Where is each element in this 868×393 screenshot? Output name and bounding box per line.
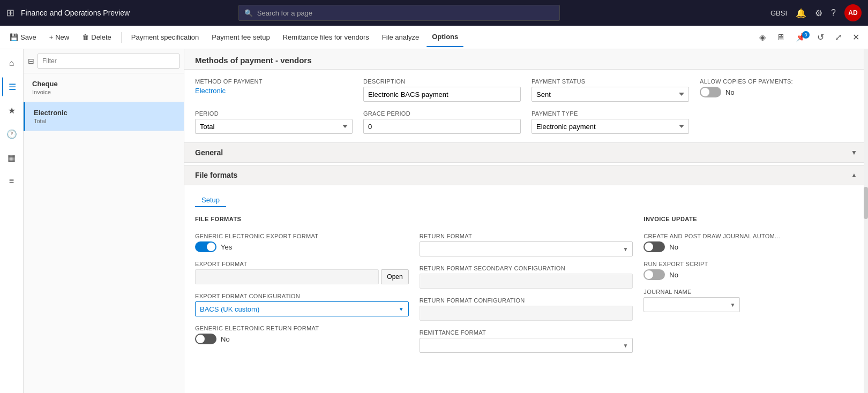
scrollbar-thumb[interactable] xyxy=(864,187,868,219)
journal-name-dropdown[interactable]: ▼ xyxy=(643,297,740,312)
method-of-payment-value[interactable]: Electronic xyxy=(195,87,353,95)
generic-return-field: Generic electronic Return format No xyxy=(195,325,409,344)
create-post-toggle[interactable] xyxy=(643,241,665,252)
bookmark-badge-icon[interactable]: 📌 0 xyxy=(791,30,811,44)
dropdown-arrow-icon: ▼ xyxy=(399,306,404,312)
notification-icon[interactable]: 🔔 xyxy=(796,8,806,18)
grid-icon[interactable]: ⊞ xyxy=(6,7,14,19)
page-title: Methods of payment - vendors xyxy=(195,56,857,65)
run-export-toggle-row: No xyxy=(643,269,857,280)
remittance-format-dropdown[interactable]: ▼ xyxy=(420,338,633,353)
scrollbar-track[interactable] xyxy=(864,49,868,393)
app-title: Finance and Operations Preview xyxy=(21,9,130,17)
delete-button[interactable]: 🗑 Delete xyxy=(77,28,117,47)
journal-name-field: Journal name ▼ xyxy=(643,289,857,312)
payment-type-select[interactable]: Electronic payment Check Other xyxy=(532,119,689,134)
file-formats-section-header[interactable]: File formats ▲ xyxy=(184,165,868,185)
return-format-field: Return format ▼ xyxy=(420,233,633,256)
export-format-field: Export format Open xyxy=(195,261,409,284)
allow-copies-toggle[interactable] xyxy=(700,87,721,97)
create-post-toggle-row: No xyxy=(643,241,857,252)
remittance-files-button[interactable]: Remittance files for vendors xyxy=(278,28,375,47)
generic-return-toggle-row: No xyxy=(195,334,409,344)
avatar[interactable]: AD xyxy=(844,4,862,21)
save-button[interactable]: 💾 Save xyxy=(4,28,42,47)
general-collapse-icon: ▼ xyxy=(851,149,857,156)
ff-col-3: INVOICE UPDATE Create and post draw jour… xyxy=(643,216,857,353)
payment-status-wrapper: Sent None Received xyxy=(532,87,689,102)
method-of-payment-field: Method of payment Electronic xyxy=(195,78,353,102)
settings-icon[interactable]: ⚙ xyxy=(815,8,822,18)
open-button[interactable]: Open xyxy=(381,269,408,284)
divider xyxy=(121,32,122,43)
monitor-icon[interactable]: 🖥 xyxy=(772,30,789,44)
export-format-input[interactable] xyxy=(195,269,379,284)
allow-copies-toggle-row: No xyxy=(700,87,857,97)
return-format-secondary-input[interactable] xyxy=(420,274,633,289)
list-item-cheque[interactable]: Cheque Invoice xyxy=(24,73,184,102)
ff-col-2: PLACEHOLDER Return format ▼ Return forma… xyxy=(420,216,633,353)
file-formats-grid: FILE FORMATS Generic electronic Export f… xyxy=(195,216,857,353)
export-format-config-field: Export format configuration BACS (UK cus… xyxy=(195,293,409,316)
payment-specification-button[interactable]: Payment specification xyxy=(126,28,204,47)
close-icon[interactable]: ✕ xyxy=(848,30,864,44)
nav-history-icon[interactable]: 🕐 xyxy=(2,124,21,143)
nav-home-icon[interactable]: ⌂ xyxy=(2,54,21,73)
run-export-toggle[interactable] xyxy=(643,269,665,280)
refresh-icon[interactable]: ↺ xyxy=(813,30,828,44)
description-input[interactable] xyxy=(363,87,521,102)
payment-type-wrapper: Electronic payment Check Other xyxy=(532,119,689,134)
content-header: Methods of payment - vendors xyxy=(184,49,868,70)
generic-return-toggle[interactable] xyxy=(195,334,216,344)
return-format-secondary-field: Return format secondary configuration xyxy=(420,265,633,289)
ff-col-1: FILE FORMATS Generic electronic Export f… xyxy=(195,216,409,353)
return-format-config-field: Return format configuration xyxy=(420,297,633,321)
export-format-input-row: Open xyxy=(195,269,409,284)
plus-icon: + xyxy=(49,33,54,41)
list-item-electronic[interactable]: Electronic Total xyxy=(24,102,184,131)
list-panel-header: ⊟ xyxy=(24,49,184,73)
file-formats-collapse-icon: ▲ xyxy=(851,171,857,179)
payment-type-field: Payment type Electronic payment Check Ot… xyxy=(532,110,689,134)
remittance-arrow-icon: ▼ xyxy=(623,343,628,349)
side-nav: ⌂ ☰ ★ 🕐 ▦ ≡ xyxy=(0,49,24,393)
create-post-field: Create and post draw journal autom... No xyxy=(643,233,857,252)
payment-status-select[interactable]: Sent None Received xyxy=(532,87,689,102)
new-button[interactable]: + New xyxy=(44,28,75,47)
options-button[interactable]: Options xyxy=(426,28,463,47)
content-panel: Methods of payment - vendors Method of p… xyxy=(184,49,868,393)
export-format-config-dropdown[interactable]: BACS (UK custom) ▼ xyxy=(195,301,409,316)
return-format-dropdown[interactable]: ▼ xyxy=(420,241,633,256)
filter-input[interactable] xyxy=(38,54,179,69)
search-bar[interactable]: 🔍 Search for a page xyxy=(238,5,560,21)
period-select[interactable]: Total Invoice xyxy=(195,119,353,134)
journal-arrow-icon: ▼ xyxy=(730,302,735,308)
description-field: Description xyxy=(363,78,521,102)
allow-copies-field: Allow copies of payments: No xyxy=(700,78,857,102)
top-bar-right: GBSI 🔔 ⚙ ? AD xyxy=(770,4,862,21)
nav-list-icon[interactable]: ≡ xyxy=(2,171,21,191)
generic-export-field: Generic electronic Export format Yes xyxy=(195,233,409,252)
search-icon: 🔍 xyxy=(244,9,253,17)
return-format-config-input[interactable] xyxy=(420,306,633,321)
diamond-icon[interactable]: ◈ xyxy=(755,30,770,44)
search-placeholder: Search for a page xyxy=(257,9,312,17)
expand-icon[interactable]: ⤢ xyxy=(830,30,846,44)
nav-star-icon[interactable]: ★ xyxy=(2,101,21,120)
general-section-header[interactable]: General ▼ xyxy=(184,142,868,163)
filter-icon: ⊟ xyxy=(28,57,34,65)
generic-export-toggle[interactable] xyxy=(195,241,216,252)
payment-fee-setup-button[interactable]: Payment fee setup xyxy=(206,28,275,47)
fields-grid: Method of payment Electronic Description… xyxy=(184,70,868,142)
nav-dashboard-icon[interactable]: ▦ xyxy=(2,148,21,167)
nav-filter-icon[interactable]: ☰ xyxy=(2,77,21,96)
setup-tab[interactable]: Setup xyxy=(195,194,226,207)
command-bar: 💾 Save + New 🗑 Delete Payment specificat… xyxy=(0,26,868,49)
help-icon[interactable]: ? xyxy=(831,8,836,18)
file-analyze-button[interactable]: File analyze xyxy=(377,28,424,47)
return-format-arrow-icon: ▼ xyxy=(623,246,628,252)
delete-icon: 🗑 xyxy=(82,33,89,41)
cmd-right-actions: ◈ 🖥 📌 0 ↺ ⤢ ✕ xyxy=(755,30,864,44)
top-bar: ⊞ Finance and Operations Preview 🔍 Searc… xyxy=(0,0,868,26)
grace-period-input[interactable] xyxy=(363,119,521,134)
